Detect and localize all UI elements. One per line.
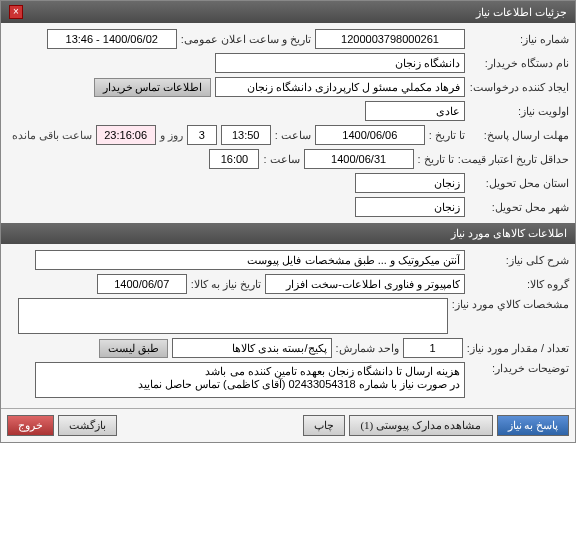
bottom-bar: پاسخ به نیاز مشاهده مدارک پیوستی (1) چاپ… [1,408,575,442]
group-field[interactable] [265,274,465,294]
window-title: جزئیات اطلاعات نیاز [476,6,567,19]
city-field[interactable] [355,197,465,217]
back-button[interactable]: بازگشت [58,415,117,436]
deadline-date-field[interactable] [315,125,425,145]
time-label-2: ساعت : [263,153,299,166]
reply-button[interactable]: پاسخ به نیاز [497,415,570,436]
buyer-field[interactable] [215,53,465,73]
time-label-1: ساعت : [275,129,311,142]
desc-field[interactable] [35,250,465,270]
priority-label: اولویت نیاز: [469,105,569,118]
announce-field[interactable] [47,29,177,49]
unit-label: واحد شمارش: [336,342,399,355]
province-field[interactable] [355,173,465,193]
need-number-field[interactable] [315,29,465,49]
to-date-label: تا تاریخ : [429,129,465,142]
need-date-label: تاریخ نیاز به کالا: [191,278,261,291]
to-date-label-2: تا تاریخ : [418,153,454,166]
contact-buyer-button[interactable]: اطلاعات تماس خریدار [94,78,212,97]
attachments-button[interactable]: مشاهده مدارک پیوستی (1) [349,415,492,436]
buyer-label: نام دستگاه خریدار: [469,57,569,70]
title-bar: جزئیات اطلاعات نیاز × [1,1,575,23]
min-validity-date-field[interactable] [304,149,414,169]
print-button[interactable]: چاپ [303,415,345,436]
unit-field[interactable] [172,338,332,358]
city-label: شهر محل تحویل: [469,201,569,214]
need-date-field[interactable] [97,274,187,294]
countdown-field [96,125,156,145]
per-list-button[interactable]: طبق لیست [99,339,168,358]
qty-label: تعداد / مقدار مورد نیاز: [467,342,569,355]
window: جزئیات اطلاعات نیاز × شماره نیاز: تاریخ … [0,0,576,443]
close-icon[interactable]: × [9,5,23,19]
days-field[interactable] [187,125,217,145]
items-section-header: اطلاعات کالاهای مورد نیاز [1,223,575,244]
deadline-label: مهلت ارسال پاسخ: [469,129,569,142]
priority-field[interactable] [365,101,465,121]
spacer [121,415,299,436]
deadline-time-field[interactable] [221,125,271,145]
requester-field[interactable] [215,77,465,97]
min-validity-time-field[interactable] [209,149,259,169]
requester-label: ایجاد کننده درخواست: [469,81,569,94]
exit-button[interactable]: خروج [7,415,54,436]
days-and-text: روز و [160,129,183,142]
province-label: استان محل تحویل: [469,177,569,190]
qty-field[interactable] [403,338,463,358]
notes-label: توضیحات خریدار: [469,362,569,375]
spec-field[interactable] [18,298,448,334]
spec-label: مشخصات کالاي مورد نیاز: [452,298,569,311]
notes-field[interactable]: هزینه ارسال تا دانشگاه زنجان بعهده تامین… [35,362,465,398]
desc-label: شرح کلی نیاز: [469,254,569,267]
info-section: شماره نیاز: تاریخ و ساعت اعلان عمومی: نا… [1,23,575,408]
remaining-text: ساعت باقی مانده [12,129,92,142]
announce-label: تاریخ و ساعت اعلان عمومی: [181,33,311,46]
min-validity-label: حداقل تاریخ اعتبار قیمت: [458,153,569,166]
need-number-label: شماره نیاز: [469,33,569,46]
group-label: گروه کالا: [469,278,569,291]
